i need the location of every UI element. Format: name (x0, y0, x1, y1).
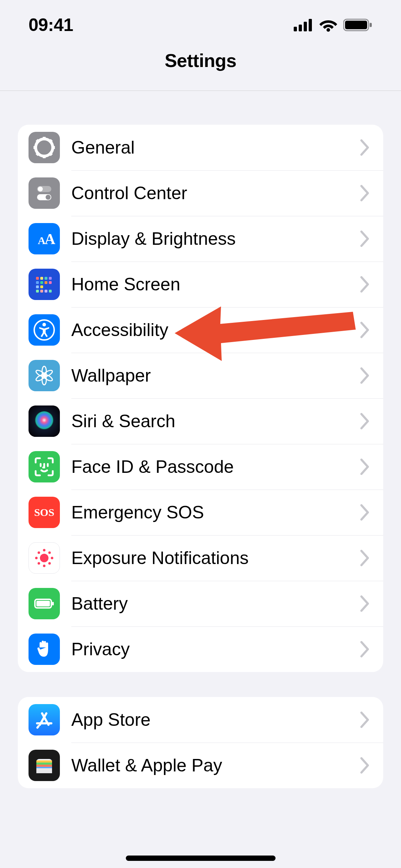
chevron-right-icon (360, 641, 370, 657)
page-title: Settings (165, 50, 236, 71)
svg-point-53 (43, 549, 46, 552)
chevron-right-icon (360, 712, 370, 728)
home-indicator[interactable] (126, 856, 276, 861)
svg-point-4 (327, 28, 330, 32)
svg-rect-27 (49, 277, 52, 280)
svg-point-39 (42, 323, 46, 326)
chevron-right-icon (360, 757, 370, 774)
svg-rect-34 (36, 290, 39, 293)
row-label: Accessibility (71, 320, 356, 340)
svg-point-46 (35, 369, 46, 378)
row-label: Battery (71, 593, 356, 614)
svg-rect-30 (45, 281, 47, 284)
row-label: Exposure Notifications (71, 548, 356, 568)
row-general[interactable]: General (18, 125, 383, 170)
exposure-icon (29, 542, 60, 574)
status-time: 09:41 (29, 15, 73, 35)
nav-header: Settings (0, 50, 401, 91)
siri-icon (29, 405, 60, 437)
svg-rect-62 (36, 601, 50, 606)
row-label: Home Screen (71, 274, 356, 295)
row-label: Wallet & Apple Pay (71, 755, 356, 776)
row-label: Wallpaper (71, 365, 356, 386)
svg-rect-6 (345, 21, 367, 29)
row-accessibility[interactable]: Accessibility (18, 307, 383, 353)
cellular-icon (294, 19, 313, 31)
svg-point-19 (38, 187, 43, 192)
chevron-right-icon (360, 413, 370, 429)
svg-rect-0 (294, 27, 297, 31)
row-label: Privacy (71, 639, 356, 660)
svg-rect-33 (40, 285, 43, 288)
svg-rect-35 (40, 290, 43, 293)
row-label: Face ID & Passcode (71, 456, 356, 477)
row-wallet-apple-pay[interactable]: Wallet & Apple Pay (18, 743, 383, 788)
row-home-screen[interactable]: Home Screen (18, 262, 383, 307)
svg-rect-12 (51, 146, 55, 149)
svg-line-68 (37, 726, 38, 728)
chevron-right-icon (360, 550, 370, 566)
row-label: Display & Brightness (71, 228, 356, 249)
row-face-id-passcode[interactable]: Face ID & Passcode (18, 444, 383, 490)
svg-point-57 (38, 552, 40, 554)
face-id-icon (29, 451, 60, 482)
flower-icon (29, 360, 60, 391)
svg-rect-63 (52, 602, 54, 605)
svg-rect-28 (36, 281, 39, 284)
chevron-right-icon (360, 231, 370, 247)
svg-point-60 (48, 562, 51, 565)
svg-point-55 (35, 557, 38, 559)
svg-rect-1 (299, 25, 302, 31)
ios-settings-screen: 09:41 Settings (0, 0, 401, 868)
svg-point-59 (38, 562, 40, 565)
chevron-right-icon (360, 595, 370, 612)
status-icons (294, 18, 372, 32)
battery-full-icon (29, 588, 60, 619)
text-size-icon: A A (29, 223, 60, 254)
apps-grid-icon (29, 269, 60, 300)
settings-content: General Control Center (18, 125, 383, 813)
svg-rect-36 (45, 290, 47, 293)
app-store-icon (29, 704, 60, 735)
svg-rect-7 (370, 23, 372, 27)
svg-point-58 (48, 552, 51, 554)
row-privacy[interactable]: Privacy (18, 626, 383, 672)
toggles-icon (29, 177, 60, 209)
row-label: Siri & Search (71, 411, 356, 432)
row-label: Emergency SOS (71, 502, 356, 523)
row-battery[interactable]: Battery (18, 581, 383, 626)
chevron-right-icon (360, 276, 370, 293)
row-label: Control Center (71, 183, 356, 203)
row-wallpaper[interactable]: Wallpaper (18, 353, 383, 398)
row-exposure-notifications[interactable]: Exposure Notifications (18, 535, 383, 581)
svg-point-17 (41, 145, 47, 150)
chevron-right-icon (360, 367, 370, 384)
row-display-brightness[interactable]: A A Display & Brightness (18, 216, 383, 262)
status-bar: 09:41 (0, 0, 401, 50)
svg-rect-11 (34, 146, 37, 149)
wallet-icon (29, 750, 60, 781)
row-emergency-sos[interactable]: SOS Emergency SOS (18, 490, 383, 535)
svg-rect-2 (304, 22, 307, 31)
row-label: General (71, 137, 356, 158)
svg-text:A: A (45, 231, 56, 247)
row-app-store[interactable]: App Store (18, 697, 383, 743)
chevron-right-icon (360, 504, 370, 521)
svg-point-54 (43, 565, 46, 567)
svg-text:SOS: SOS (34, 506, 55, 518)
chevron-right-icon (360, 139, 370, 156)
row-siri-search[interactable]: Siri & Search (18, 398, 383, 444)
accessibility-icon (29, 314, 60, 346)
sos-icon: SOS (29, 497, 60, 528)
settings-group-1: General Control Center (18, 125, 383, 672)
svg-rect-25 (40, 277, 43, 280)
svg-rect-31 (49, 281, 52, 284)
battery-icon (343, 18, 372, 32)
svg-rect-3 (309, 19, 312, 31)
header-divider (0, 91, 401, 91)
svg-rect-74 (36, 768, 52, 773)
settings-group-2: App Store Wallet & Apple Pay (18, 697, 383, 788)
svg-point-48 (34, 411, 54, 431)
row-control-center[interactable]: Control Center (18, 170, 383, 216)
row-label: App Store (71, 709, 356, 730)
